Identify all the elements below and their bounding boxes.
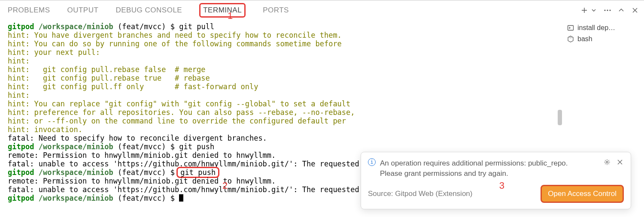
svg-point-1 — [607, 9, 608, 11]
notification-settings-icon[interactable] — [603, 158, 611, 166]
terminal-cmd-icon — [567, 24, 574, 31]
remote-denied-line: remote: Permission to hnwyllmm/miniob.gi… — [8, 151, 276, 160]
svg-point-0 — [604, 9, 605, 11]
terminal-item-bash[interactable]: bash — [566, 33, 641, 45]
notification-message: An operation requires additional permiss… — [380, 158, 595, 179]
tab-debug-console[interactable]: DEBUG CONSOLE — [115, 4, 182, 16]
terminal-scrollbar-thumb[interactable] — [558, 110, 562, 125]
open-access-control-button[interactable]: Open Access Control — [541, 185, 624, 203]
prompt-path: /workspace/miniob — [39, 22, 113, 31]
hint-line: hint: You have divergent branches and ne… — [8, 31, 342, 39]
terminal-item-label: install dep… — [577, 24, 615, 32]
notification-close-icon[interactable] — [616, 158, 624, 166]
maximize-panel-icon[interactable] — [617, 6, 625, 14]
tab-ports[interactable]: PORTS — [263, 4, 289, 16]
notification-source: Source: Gitpod Web (Extension) — [368, 190, 472, 198]
terminal-item-label: bash — [577, 35, 592, 43]
svg-point-4 — [606, 161, 608, 163]
close-panel-icon[interactable] — [631, 6, 639, 14]
tab-terminal[interactable]: TERMINAL — [199, 3, 246, 18]
notification-toast: i An operation requires additional permi… — [361, 152, 631, 209]
new-terminal-icon[interactable] — [580, 6, 588, 14]
terminal-bash-icon — [567, 36, 574, 42]
tab-problems[interactable]: PROBLEMS — [8, 4, 50, 16]
remote-denied-line: remote: Permission to hnwyllmm/miniob.gi… — [8, 177, 276, 185]
prompt-branch: (feat/mvcc) — [118, 22, 166, 31]
more-actions-icon[interactable] — [604, 6, 611, 14]
hint-line: hint: your next pull: — [8, 48, 100, 57]
fatal-access-line: fatal: unable to access 'https://github.… — [8, 185, 359, 194]
hint-line: hint: — [8, 57, 30, 65]
svg-point-2 — [609, 9, 611, 11]
prompt-host: gitpod — [8, 22, 34, 31]
hint-line: hint: You can do so by running one of th… — [8, 39, 342, 48]
terminal-cursor — [179, 194, 183, 202]
hint-line: hint: You can replace "git config" with … — [8, 99, 350, 108]
panel-tabs-row: PROBLEMS OUTPUT DEBUG CONSOLE TERMINAL P… — [0, 1, 644, 20]
tab-output[interactable]: OUTPUT — [67, 4, 98, 16]
callout-1: 1 — [228, 10, 233, 21]
hint-line: hint: git config pull.rebase true # reba… — [8, 74, 210, 82]
fatal-line: fatal: Need to specify how to reconcile … — [8, 134, 267, 142]
hint-line: hint: or --ff-only on the command line t… — [8, 117, 346, 125]
callout-3: 3 — [499, 180, 504, 191]
info-icon: i — [368, 158, 376, 166]
hint-line: hint: preference for all repositories. Y… — [8, 108, 355, 117]
callout-2: 2 — [222, 180, 228, 191]
terminal-item-install-deps[interactable]: install dep… — [566, 22, 641, 33]
hint-line: hint: invocation. — [8, 125, 82, 134]
new-terminal-dropdown-icon[interactable] — [590, 6, 598, 14]
hint-line: hint: — [8, 91, 30, 99]
terminal-list: install dep… bash — [563, 20, 644, 45]
cmd-git-push: git push — [179, 142, 214, 151]
hint-line: hint: git config pull.ff only # fast-for… — [8, 82, 258, 91]
hint-line: hint: git config pull.rebase false # mer… — [8, 65, 206, 74]
panel-tabs: PROBLEMS OUTPUT DEBUG CONSOLE TERMINAL P… — [8, 3, 289, 18]
cmd-git-pull: git pull — [179, 22, 214, 31]
panel-actions — [580, 6, 639, 14]
